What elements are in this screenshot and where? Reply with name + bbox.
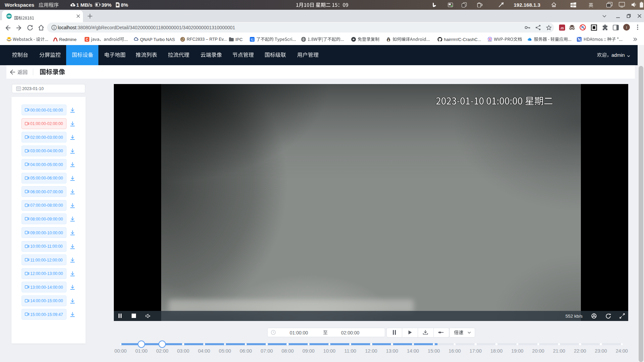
svg-text:WVP-PRO: WVP-PRO xyxy=(488,41,492,42)
svg-text:JS: JS xyxy=(560,27,564,30)
svg-text:I: I xyxy=(626,26,627,30)
svg-text:C: C xyxy=(86,38,88,41)
